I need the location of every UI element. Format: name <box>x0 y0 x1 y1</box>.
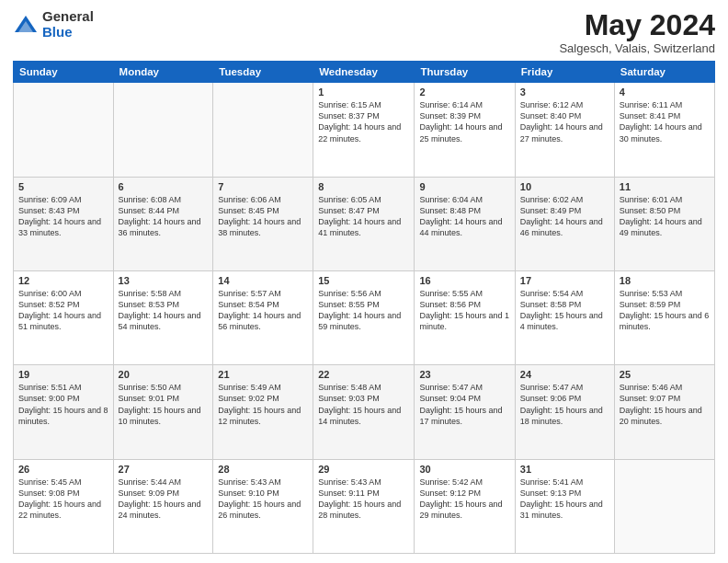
day-cell: 5Sunrise: 6:09 AM Sunset: 8:43 PM Daylig… <box>14 177 114 270</box>
day-number: 14 <box>218 275 308 286</box>
logo-blue-text: Blue <box>42 25 94 40</box>
col-header-monday: Monday <box>113 62 213 83</box>
day-info: Sunrise: 6:08 AM Sunset: 8:44 PM Dayligh… <box>119 194 209 239</box>
day-cell: 13Sunrise: 5:58 AM Sunset: 8:53 PM Dayli… <box>113 270 213 364</box>
col-header-tuesday: Tuesday <box>213 62 313 83</box>
day-cell: 22Sunrise: 5:48 AM Sunset: 9:03 PM Dayli… <box>313 365 415 459</box>
day-info: Sunrise: 5:57 AM Sunset: 8:54 PM Dayligh… <box>218 288 308 333</box>
week-row-2: 5Sunrise: 6:09 AM Sunset: 8:43 PM Daylig… <box>14 177 715 270</box>
day-cell: 17Sunrise: 5:54 AM Sunset: 8:58 PM Dayli… <box>515 270 614 364</box>
day-number: 2 <box>419 86 509 98</box>
day-cell: 29Sunrise: 5:43 AM Sunset: 9:11 PM Dayli… <box>313 459 415 553</box>
logo-text: General Blue <box>42 9 94 40</box>
day-info: Sunrise: 5:42 AM Sunset: 9:12 PM Dayligh… <box>419 477 509 522</box>
logo-general-text: General <box>42 9 94 25</box>
day-cell: 9Sunrise: 6:04 AM Sunset: 8:48 PM Daylig… <box>415 177 515 270</box>
logo: General Blue <box>13 9 94 40</box>
day-number: 27 <box>119 464 209 475</box>
page: General Blue May 2024 Salgesch, Valais, … <box>0 0 728 563</box>
day-number: 4 <box>620 86 710 98</box>
day-number: 31 <box>520 464 609 475</box>
day-info: Sunrise: 5:46 AM Sunset: 9:07 PM Dayligh… <box>620 382 710 427</box>
day-info: Sunrise: 6:01 AM Sunset: 8:50 PM Dayligh… <box>620 194 710 239</box>
calendar-table: SundayMondayTuesdayWednesdayThursdayFrid… <box>13 61 715 554</box>
day-cell: 18Sunrise: 5:53 AM Sunset: 8:59 PM Dayli… <box>614 270 714 364</box>
day-info: Sunrise: 6:02 AM Sunset: 8:49 PM Dayligh… <box>520 194 609 239</box>
day-cell <box>614 459 714 553</box>
col-header-thursday: Thursday <box>415 62 515 83</box>
day-number: 10 <box>520 181 609 192</box>
day-cell: 7Sunrise: 6:06 AM Sunset: 8:45 PM Daylig… <box>213 177 313 270</box>
month-title: May 2024 <box>559 9 715 41</box>
day-cell: 6Sunrise: 6:08 AM Sunset: 8:44 PM Daylig… <box>113 177 213 270</box>
day-number: 11 <box>620 181 710 192</box>
day-cell: 2Sunrise: 6:14 AM Sunset: 8:39 PM Daylig… <box>415 83 515 177</box>
day-cell: 21Sunrise: 5:49 AM Sunset: 9:02 PM Dayli… <box>213 365 313 459</box>
day-info: Sunrise: 6:04 AM Sunset: 8:48 PM Dayligh… <box>419 194 509 239</box>
day-cell: 24Sunrise: 5:47 AM Sunset: 9:06 PM Dayli… <box>515 365 614 459</box>
day-cell: 8Sunrise: 6:05 AM Sunset: 8:47 PM Daylig… <box>313 177 415 270</box>
day-number: 15 <box>318 275 409 286</box>
header: General Blue May 2024 Salgesch, Valais, … <box>13 9 715 55</box>
day-info: Sunrise: 5:54 AM Sunset: 8:58 PM Dayligh… <box>520 288 609 333</box>
day-cell: 19Sunrise: 5:51 AM Sunset: 9:00 PM Dayli… <box>14 365 114 459</box>
day-number: 26 <box>18 464 108 475</box>
day-info: Sunrise: 5:56 AM Sunset: 8:55 PM Dayligh… <box>318 288 409 333</box>
day-cell: 20Sunrise: 5:50 AM Sunset: 9:01 PM Dayli… <box>113 365 213 459</box>
day-number: 28 <box>218 464 308 475</box>
day-number: 29 <box>318 464 409 475</box>
week-row-5: 26Sunrise: 5:45 AM Sunset: 9:08 PM Dayli… <box>14 459 715 553</box>
day-info: Sunrise: 5:58 AM Sunset: 8:53 PM Dayligh… <box>119 288 209 333</box>
day-cell <box>14 83 114 177</box>
day-cell: 15Sunrise: 5:56 AM Sunset: 8:55 PM Dayli… <box>313 270 415 364</box>
day-info: Sunrise: 6:00 AM Sunset: 8:52 PM Dayligh… <box>18 288 108 333</box>
day-info: Sunrise: 6:14 AM Sunset: 8:39 PM Dayligh… <box>419 99 509 144</box>
day-number: 12 <box>18 275 108 286</box>
day-cell: 30Sunrise: 5:42 AM Sunset: 9:12 PM Dayli… <box>415 459 515 553</box>
day-number: 18 <box>620 275 710 286</box>
day-number: 9 <box>419 181 509 192</box>
day-info: Sunrise: 5:41 AM Sunset: 9:13 PM Dayligh… <box>520 477 609 522</box>
day-info: Sunrise: 5:48 AM Sunset: 9:03 PM Dayligh… <box>318 382 409 427</box>
week-row-4: 19Sunrise: 5:51 AM Sunset: 9:00 PM Dayli… <box>14 365 715 459</box>
day-info: Sunrise: 6:05 AM Sunset: 8:47 PM Dayligh… <box>318 194 409 239</box>
day-number: 25 <box>620 369 710 380</box>
day-cell: 25Sunrise: 5:46 AM Sunset: 9:07 PM Dayli… <box>614 365 714 459</box>
day-info: Sunrise: 6:11 AM Sunset: 8:41 PM Dayligh… <box>620 99 710 144</box>
day-info: Sunrise: 5:55 AM Sunset: 8:56 PM Dayligh… <box>419 288 509 333</box>
day-number: 8 <box>318 181 409 192</box>
day-info: Sunrise: 5:47 AM Sunset: 9:06 PM Dayligh… <box>520 382 609 427</box>
day-cell: 26Sunrise: 5:45 AM Sunset: 9:08 PM Dayli… <box>14 459 114 553</box>
day-cell: 1Sunrise: 6:15 AM Sunset: 8:37 PM Daylig… <box>313 83 415 177</box>
day-info: Sunrise: 5:45 AM Sunset: 9:08 PM Dayligh… <box>18 477 108 522</box>
day-info: Sunrise: 5:53 AM Sunset: 8:59 PM Dayligh… <box>620 288 710 333</box>
day-number: 20 <box>119 369 209 380</box>
day-cell: 31Sunrise: 5:41 AM Sunset: 9:13 PM Dayli… <box>515 459 614 553</box>
day-info: Sunrise: 6:15 AM Sunset: 8:37 PM Dayligh… <box>318 99 409 144</box>
day-cell: 4Sunrise: 6:11 AM Sunset: 8:41 PM Daylig… <box>614 83 714 177</box>
logo-icon <box>13 12 39 38</box>
day-cell: 23Sunrise: 5:47 AM Sunset: 9:04 PM Dayli… <box>415 365 515 459</box>
day-number: 6 <box>119 181 209 192</box>
day-cell <box>113 83 213 177</box>
col-header-sunday: Sunday <box>14 62 114 83</box>
day-info: Sunrise: 6:12 AM Sunset: 8:40 PM Dayligh… <box>520 99 609 144</box>
day-number: 5 <box>18 181 108 192</box>
day-number: 19 <box>18 369 108 380</box>
day-info: Sunrise: 5:43 AM Sunset: 9:11 PM Dayligh… <box>318 477 409 522</box>
col-header-saturday: Saturday <box>614 62 714 83</box>
col-header-friday: Friday <box>515 62 614 83</box>
day-number: 30 <box>419 464 509 475</box>
day-cell: 27Sunrise: 5:44 AM Sunset: 9:09 PM Dayli… <box>113 459 213 553</box>
day-number: 22 <box>318 369 409 380</box>
day-number: 21 <box>218 369 308 380</box>
week-row-3: 12Sunrise: 6:00 AM Sunset: 8:52 PM Dayli… <box>14 270 715 364</box>
header-row: SundayMondayTuesdayWednesdayThursdayFrid… <box>14 62 715 83</box>
day-number: 17 <box>520 275 609 286</box>
day-number: 23 <box>419 369 509 380</box>
week-row-1: 1Sunrise: 6:15 AM Sunset: 8:37 PM Daylig… <box>14 83 715 177</box>
day-cell: 3Sunrise: 6:12 AM Sunset: 8:40 PM Daylig… <box>515 83 614 177</box>
col-header-wednesday: Wednesday <box>313 62 415 83</box>
day-number: 3 <box>520 86 609 98</box>
day-number: 13 <box>119 275 209 286</box>
